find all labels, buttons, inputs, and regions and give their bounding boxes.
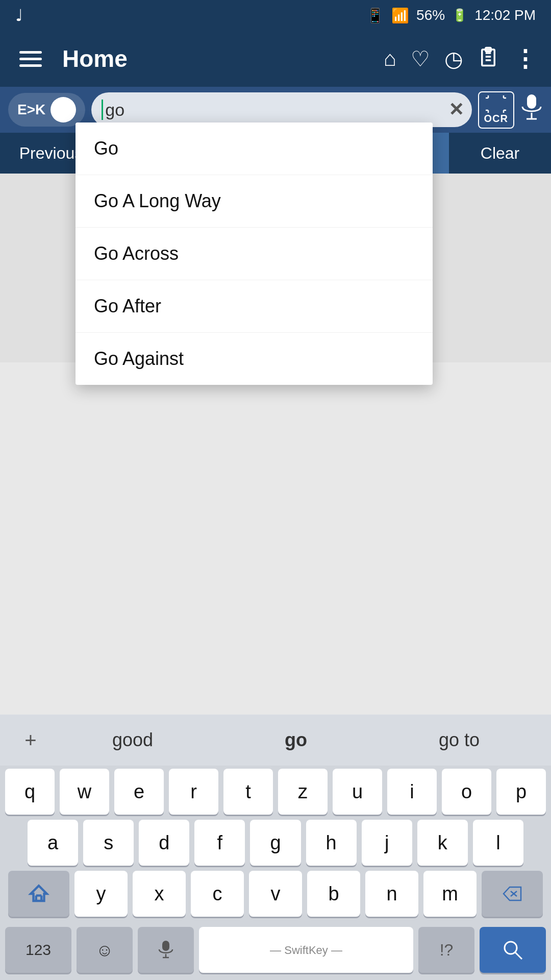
svg-text:— SwiftKey —: — SwiftKey — [270, 944, 342, 957]
suggestion-add-button[interactable]: + [10, 729, 51, 752]
more-options-icon[interactable]: ⋮ [513, 45, 537, 72]
key-f[interactable]: f [194, 820, 245, 866]
status-bar: ♩ 📱 📶 56% 🔋 12:02 PM [0, 0, 551, 31]
key-k[interactable]: k [417, 820, 468, 866]
autocomplete-item-go-against[interactable]: Go Against [76, 333, 433, 385]
svg-rect-22 [162, 941, 169, 951]
page-title: Home [62, 45, 373, 72]
search-input-text: go [105, 100, 124, 120]
clear-label: Clear [481, 144, 519, 163]
svg-point-26 [505, 942, 517, 954]
hamburger-line1 [19, 51, 42, 54]
previous-label: Previous [19, 144, 83, 163]
signal-icon: 📶 [391, 7, 409, 24]
shift-key[interactable] [8, 871, 69, 917]
language-toggle[interactable]: E>K [8, 93, 85, 127]
keyboard-mic-key[interactable] [138, 927, 194, 973]
key-n[interactable]: n [365, 871, 418, 917]
key-o[interactable]: o [442, 769, 491, 815]
ocr-button[interactable]: OCR [478, 91, 514, 129]
sim-icon: 📱 [366, 7, 384, 24]
keyboard-row-3: y x c v b n m [5, 871, 546, 917]
key-j[interactable]: j [362, 820, 412, 866]
key-c[interactable]: c [191, 871, 244, 917]
hamburger-menu-button[interactable] [14, 46, 47, 72]
key-y[interactable]: y [74, 871, 128, 917]
home-nav-icon[interactable]: ⌂ [384, 46, 396, 71]
status-icons: 📱 📶 56% 🔋 12:02 PM [366, 7, 536, 24]
autocomplete-dropdown: Go Go A Long Way Go Across Go After Go A… [76, 122, 433, 385]
keyboard-row-1: q w e r t z u i o p [5, 769, 546, 815]
svg-marker-16 [31, 886, 47, 901]
key-p[interactable]: p [496, 769, 546, 815]
keyboard-rows: q w e r t z u i o p a s d f g h j k l [0, 766, 551, 927]
nav-icons: ⌂ ♡ ◷ ⋮ [384, 45, 537, 72]
key-s[interactable]: s [83, 820, 134, 866]
key-e[interactable]: e [114, 769, 164, 815]
keyboard-area: + good go go to q w e r t z u i o p a s [0, 715, 551, 980]
key-t[interactable]: t [223, 769, 273, 815]
key-h[interactable]: h [306, 820, 357, 866]
suggestions-row: + good go go to [0, 715, 551, 766]
clear-search-button[interactable]: ✕ [448, 99, 464, 120]
search-key[interactable] [480, 927, 546, 973]
key-x[interactable]: x [133, 871, 186, 917]
hamburger-line2 [19, 58, 42, 60]
key-i[interactable]: i [387, 769, 437, 815]
autocomplete-item-go[interactable]: Go [76, 122, 433, 175]
keyboard-bottom-row: 123 ☺ — SwiftKey — !? [0, 927, 551, 980]
autocomplete-item-go-after[interactable]: Go After [76, 280, 433, 333]
key-v[interactable]: v [249, 871, 302, 917]
emoji-key[interactable]: ☺ [77, 927, 133, 973]
key-d[interactable]: d [139, 820, 189, 866]
key-w[interactable]: w [60, 769, 109, 815]
lang-label: E>K [17, 102, 45, 118]
key-g[interactable]: g [250, 820, 300, 866]
battery-percent: 56% [416, 7, 445, 23]
search-input-container[interactable]: go ✕ [91, 92, 471, 127]
suggestion-go[interactable]: go [214, 715, 378, 766]
key-u[interactable]: u [333, 769, 382, 815]
status-time: 12:02 PM [474, 7, 536, 23]
svg-line-27 [515, 952, 522, 959]
suggestion-good[interactable]: good [51, 715, 214, 766]
key-m[interactable]: m [423, 871, 477, 917]
backspace-key[interactable] [482, 871, 543, 917]
svg-rect-13 [527, 94, 536, 109]
space-key[interactable]: — SwiftKey — [199, 927, 413, 973]
music-note-icon: ♩ [15, 6, 23, 25]
key-q[interactable]: q [5, 769, 55, 815]
history-icon[interactable]: ◷ [444, 46, 463, 71]
autocomplete-item-go-long-way[interactable]: Go A Long Way [76, 175, 433, 228]
clear-button[interactable]: Clear [449, 133, 551, 174]
autocomplete-item-go-across[interactable]: Go Across [76, 228, 433, 280]
favorites-icon[interactable]: ♡ [411, 46, 430, 71]
top-nav: Home ⌂ ♡ ◷ ⋮ [0, 31, 551, 87]
punctuation-key[interactable]: !? [418, 927, 474, 973]
numbers-key[interactable]: 123 [5, 927, 71, 973]
key-l[interactable]: l [473, 820, 523, 866]
voice-input-button[interactable] [520, 93, 543, 126]
ocr-label: OCR [484, 113, 508, 125]
keyboard-row-2: a s d f g h j k l [5, 820, 546, 866]
key-r[interactable]: r [169, 769, 218, 815]
suggestion-go-to[interactable]: go to [378, 715, 541, 766]
toggle-circle [51, 97, 76, 122]
key-z[interactable]: z [278, 769, 328, 815]
hamburger-line3 [19, 64, 42, 67]
battery-icon: 🔋 [452, 8, 467, 22]
key-a[interactable]: a [28, 820, 78, 866]
key-b[interactable]: b [307, 871, 360, 917]
text-cursor [102, 100, 103, 120]
clipboard-icon[interactable] [478, 46, 499, 72]
